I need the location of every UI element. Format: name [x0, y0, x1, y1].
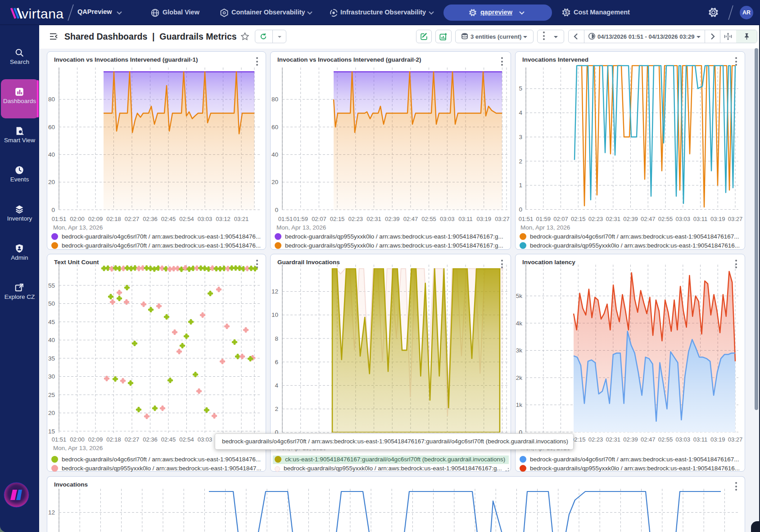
- svg-text:02:00: 02:00: [70, 436, 85, 443]
- svg-text:1k: 1k: [516, 401, 523, 408]
- svg-text:02:31: 02:31: [606, 436, 620, 443]
- svg-text:30: 30: [48, 373, 55, 380]
- svg-text:02:18: 02:18: [106, 436, 121, 443]
- svg-text:3k: 3k: [516, 347, 523, 354]
- svg-text:20: 20: [48, 410, 55, 416]
- svg-text:40: 40: [48, 151, 55, 158]
- svg-text:03:12: 03:12: [216, 216, 231, 222]
- svg-text:Mon, Apr 13, 2026: Mon, Apr 13, 2026: [53, 224, 103, 231]
- svg-text:03:03: 03:03: [440, 216, 455, 222]
- svg-text:25: 25: [48, 392, 55, 398]
- svg-text:02:55: 02:55: [658, 436, 673, 443]
- svg-text:3: 3: [519, 134, 522, 140]
- svg-text:03:03: 03:03: [198, 436, 213, 443]
- svg-text:60: 60: [48, 124, 55, 131]
- svg-text:02:07: 02:07: [312, 216, 326, 222]
- svg-text:02:31: 02:31: [606, 216, 620, 222]
- svg-text:01:59: 01:59: [293, 216, 308, 222]
- svg-text:03:11: 03:11: [458, 216, 473, 222]
- svg-text:4: 4: [519, 109, 522, 116]
- svg-text:02:39: 02:39: [623, 436, 638, 443]
- svg-text:8: 8: [275, 335, 278, 342]
- svg-text:03:03: 03:03: [675, 436, 690, 443]
- svg-text:Mon, Apr 13, 2026: Mon, Apr 13, 2026: [520, 224, 570, 231]
- svg-text:02:09: 02:09: [88, 216, 103, 222]
- svg-text:02:27: 02:27: [125, 216, 140, 222]
- svg-text:02:09: 02:09: [88, 436, 103, 443]
- svg-text:02:23: 02:23: [348, 216, 363, 222]
- svg-text:80: 80: [271, 96, 278, 103]
- svg-text:0: 0: [51, 207, 55, 213]
- svg-text:01:51: 01:51: [52, 216, 67, 222]
- svg-text:2: 2: [519, 158, 522, 165]
- svg-text:10: 10: [271, 311, 278, 318]
- svg-text:60: 60: [271, 124, 278, 131]
- svg-text:02:00: 02:00: [70, 216, 85, 222]
- svg-text:02:47: 02:47: [641, 436, 656, 443]
- svg-text:Mon, Apr 13, 2026: Mon, Apr 13, 2026: [53, 445, 103, 451]
- svg-text:6: 6: [275, 359, 278, 365]
- svg-text:02:36: 02:36: [143, 436, 158, 443]
- svg-text:01:51: 01:51: [519, 216, 534, 222]
- svg-text:02:45: 02:45: [161, 436, 176, 443]
- svg-text:12: 12: [48, 509, 55, 516]
- svg-text:02:47: 02:47: [641, 216, 656, 222]
- svg-text:$: $: [565, 9, 568, 15]
- svg-text:02:07: 02:07: [553, 216, 568, 222]
- svg-text:5k: 5k: [516, 293, 523, 299]
- svg-text:0: 0: [275, 207, 278, 213]
- svg-text:02:55: 02:55: [421, 216, 436, 222]
- svg-text:02:54: 02:54: [179, 216, 194, 222]
- svg-text:1: 1: [519, 182, 522, 189]
- svg-text:01:59: 01:59: [536, 216, 551, 222]
- svg-text:55: 55: [48, 282, 55, 289]
- svg-text:03:27: 03:27: [728, 436, 743, 443]
- svg-text:4: 4: [275, 382, 278, 389]
- svg-text:02:45: 02:45: [161, 216, 176, 222]
- svg-text:03:27: 03:27: [495, 216, 510, 222]
- svg-text:Mon, Apr 13, 2026: Mon, Apr 13, 2026: [276, 224, 326, 231]
- svg-text:02:15: 02:15: [330, 216, 345, 222]
- svg-text:02:15: 02:15: [571, 216, 586, 222]
- svg-text:02:54: 02:54: [179, 436, 194, 443]
- svg-text:02:27: 02:27: [125, 436, 140, 443]
- svg-text:02:18: 02:18: [106, 216, 121, 222]
- svg-text:03:27: 03:27: [728, 216, 743, 222]
- svg-text:02:23: 02:23: [588, 216, 603, 222]
- svg-text:01:51: 01:51: [52, 436, 67, 443]
- svg-text:02:23: 02:23: [588, 436, 603, 443]
- svg-text:03:11: 03:11: [693, 436, 708, 443]
- svg-text:03:19: 03:19: [710, 436, 725, 443]
- svg-text:03:11: 03:11: [693, 216, 708, 222]
- svg-text:15: 15: [48, 428, 55, 435]
- svg-text:02:36: 02:36: [143, 216, 158, 222]
- svg-text:2: 2: [275, 406, 278, 412]
- svg-text:02:31: 02:31: [366, 216, 381, 222]
- svg-text:03:03: 03:03: [198, 216, 213, 222]
- svg-text:02:39: 02:39: [385, 216, 400, 222]
- svg-text:20: 20: [271, 179, 278, 185]
- svg-text:02:55: 02:55: [658, 216, 673, 222]
- svg-text:5: 5: [519, 85, 522, 92]
- svg-text:02:47: 02:47: [403, 216, 418, 222]
- svg-text:45: 45: [48, 319, 55, 325]
- svg-text:2k: 2k: [516, 374, 523, 381]
- svg-text:virtana: virtana: [22, 6, 64, 21]
- svg-text:03:19: 03:19: [710, 216, 725, 222]
- svg-text:03:03: 03:03: [675, 216, 690, 222]
- svg-text:80: 80: [48, 96, 55, 103]
- svg-text:03:21: 03:21: [234, 216, 249, 222]
- svg-text:50: 50: [48, 300, 55, 307]
- svg-text:01:51: 01:51: [278, 216, 293, 222]
- svg-text:20: 20: [48, 179, 55, 185]
- svg-text:35: 35: [48, 355, 55, 362]
- svg-text:03:19: 03:19: [476, 216, 491, 222]
- svg-text:0: 0: [519, 206, 522, 213]
- svg-text:02:39: 02:39: [623, 216, 638, 222]
- svg-text:40: 40: [271, 151, 278, 158]
- svg-text:12: 12: [271, 288, 278, 295]
- svg-text:4k: 4k: [516, 320, 523, 327]
- svg-text:40: 40: [48, 337, 55, 343]
